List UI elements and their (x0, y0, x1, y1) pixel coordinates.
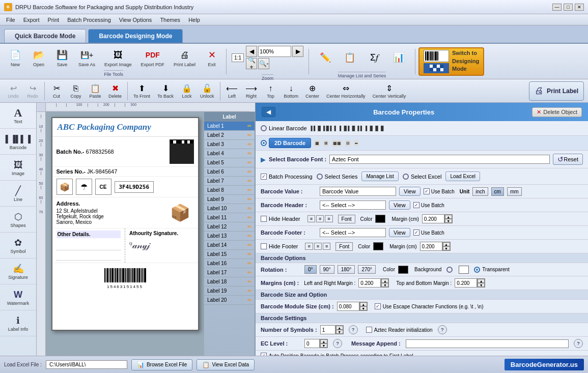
copy-button[interactable]: ⎘ Copy (67, 82, 85, 100)
print-label-toolbar-button[interactable]: 🖨 Print Label (170, 46, 200, 69)
linear-barcode-radio[interactable]: Linear Barcode (261, 125, 307, 131)
footer-margin-input[interactable] (420, 242, 442, 251)
reset-button[interactable]: ↺ Reset (553, 154, 583, 165)
barcode-font-dropdown[interactable]: Aztec Font (329, 155, 550, 164)
symbols-down[interactable]: ▼ (336, 330, 343, 334)
manage-btn-2[interactable]: 📋 (339, 48, 361, 67)
module-size-up[interactable]: ▲ (360, 302, 367, 306)
undo-button[interactable]: ↩ Undo (4, 82, 22, 100)
label-edit-15[interactable]: ✏ (247, 251, 251, 257)
sidebar-item-symbol[interactable]: ✿ Symbol (0, 233, 36, 259)
to-front-button[interactable]: ⬆ To Front (130, 82, 153, 100)
rot-0-button[interactable]: 0° (304, 265, 317, 274)
label-item-12[interactable]: Label 12 ✏ (204, 222, 255, 232)
align-bottom-button[interactable]: ↓ Bottom (281, 82, 302, 100)
label-edit-11[interactable]: ✏ (247, 215, 251, 220)
label-item-6[interactable]: Label 6 ✏ (204, 167, 255, 177)
label-edit-17[interactable]: ✏ (247, 270, 251, 275)
delete-object-button[interactable]: ✕ Delete Object (532, 107, 582, 117)
label-item-11[interactable]: Label 11 ✏ (204, 213, 255, 222)
label-item-9[interactable]: Label 9 ✏ (204, 195, 255, 204)
menu-themes[interactable]: Themes (156, 16, 184, 24)
background-color-swatch[interactable] (459, 266, 469, 274)
auto-position-checkbox[interactable]: Auto Position Barcode in Batch Process a… (261, 353, 413, 356)
label-item-8[interactable]: Label 8 ✏ (204, 186, 255, 195)
sidebar-item-image[interactable]: 🖼 Image (0, 155, 36, 181)
label-item-14[interactable]: Label 14 ✏ (204, 241, 255, 250)
export-pdf-button[interactable]: PDF Export PDF (137, 46, 169, 69)
sidebar-item-barcode[interactable]: ▌▐▌▌▐ Barcode (0, 129, 36, 155)
label-item-7[interactable]: Label 7 ✏ (204, 177, 255, 186)
barcode-value-use-batch[interactable]: Use Batch (424, 188, 455, 194)
lr-margin-up[interactable]: ▲ (381, 279, 388, 283)
batch-processing-checkbox[interactable]: Batch Processing (261, 174, 313, 180)
tb-margin-down[interactable]: ▼ (478, 283, 485, 287)
zoom-percent-select[interactable]: 100%50%150%200% (258, 46, 291, 57)
aztec-reader-checkbox[interactable]: Aztec Reader initialization (366, 327, 433, 333)
transparent-radio[interactable]: Transparent (474, 267, 510, 273)
2d-barcode-radio[interactable]: 2D Barcode (261, 138, 311, 148)
sidebar-item-watermark[interactable]: W Watermark (0, 284, 36, 310)
align-top-button[interactable]: ↑ Top (262, 82, 280, 100)
barcode-designing-mode-tab[interactable]: Barcode Designing Mode (88, 29, 183, 43)
header-view-button[interactable]: View (389, 200, 410, 210)
manage-btn-3[interactable]: 📊 (387, 48, 410, 67)
ec-level-input[interactable] (304, 339, 320, 348)
label-item-17[interactable]: Label 17 ✏ (204, 268, 255, 277)
new-button[interactable]: 📄 New (4, 46, 26, 69)
footer-align-right[interactable]: ≡ (323, 243, 330, 250)
message-append-input[interactable] (406, 339, 569, 348)
label-item-1[interactable]: Label 1 ✏ (204, 122, 255, 131)
select-series-radio[interactable]: Select Series (317, 174, 358, 180)
maximize-button[interactable]: □ (564, 4, 573, 11)
label-item-4[interactable]: Label 4 ✏ (204, 149, 255, 158)
rot-180-button[interactable]: 180° (338, 265, 355, 274)
hide-footer-checkbox[interactable]: Hide Footer (261, 243, 298, 249)
label-edit-1[interactable]: ✏ (247, 123, 251, 129)
ec-level-help-button[interactable]: ? (333, 339, 342, 348)
label-edit-12[interactable]: ✏ (247, 224, 251, 229)
footer-font-button[interactable]: Font (335, 242, 353, 251)
menu-batch[interactable]: Batch Processing (63, 16, 115, 24)
unit-mm-button[interactable]: mm (507, 187, 522, 196)
to-back-button[interactable]: ⬇ To Back (154, 82, 177, 100)
tb-margin-input[interactable] (455, 278, 477, 288)
zoom-in-button[interactable]: 🔍+ (246, 58, 257, 69)
label-item-15[interactable]: Label 15 ✏ (204, 250, 255, 259)
footer-margin-down[interactable]: ▼ (443, 246, 450, 250)
label-item-18[interactable]: Label 18 ✏ (204, 277, 255, 286)
symbols-input[interactable] (320, 325, 335, 334)
menu-export[interactable]: Export (19, 16, 44, 24)
paste-button[interactable]: 📋 Paste (86, 82, 104, 100)
header-font-button[interactable]: Font (338, 215, 355, 223)
align-right-button[interactable]: ⟶ Right (242, 82, 261, 100)
footer-align-center[interactable]: ≡ (314, 243, 322, 250)
sidebar-item-signature[interactable]: ✍ Signature (0, 259, 36, 284)
barcode-footer-dropdown[interactable]: <-- Select --> (320, 228, 386, 237)
rotation-color-swatch[interactable] (398, 266, 408, 274)
minimize-button[interactable]: — (552, 4, 562, 11)
open-button[interactable]: 📂 Open (27, 46, 50, 69)
browse-excel-button[interactable]: 📊 Browse Excel File (131, 359, 192, 370)
switch-to-designing-button[interactable]: Switch toDesigningMode (418, 47, 484, 76)
header-align-left[interactable]: ≡ (307, 215, 315, 222)
label-item-2[interactable]: Label 2 ✏ (204, 131, 255, 140)
hide-header-checkbox[interactable]: Hide Header (261, 216, 300, 222)
barcode-header-dropdown[interactable]: <-- Select --> (320, 200, 386, 210)
label-edit-4[interactable]: ✏ (247, 151, 251, 156)
label-edit-18[interactable]: ✏ (247, 279, 251, 284)
label-item-5[interactable]: Label 5 ✏ (204, 158, 255, 167)
label-edit-19[interactable]: ✏ (247, 288, 251, 294)
label-edit-5[interactable]: ✏ (247, 160, 251, 165)
sidebar-item-line[interactable]: ╱ Line (0, 181, 36, 207)
header-color-swatch[interactable] (375, 215, 385, 223)
tb-margin-up[interactable]: ▲ (478, 279, 485, 283)
label-item-3[interactable]: Label 3 ✏ (204, 140, 255, 149)
lr-margin-input[interactable] (358, 278, 381, 288)
module-size-down[interactable]: ▼ (360, 306, 367, 310)
quick-barcode-mode-tab[interactable]: Quick Barcode Mode (4, 29, 86, 43)
unit-inch-button[interactable]: inch (472, 187, 488, 196)
menu-file[interactable]: File (2, 16, 19, 24)
exit-button[interactable]: ✕ Exit (201, 46, 223, 69)
lock-button[interactable]: 🔒 Lock (178, 82, 196, 100)
